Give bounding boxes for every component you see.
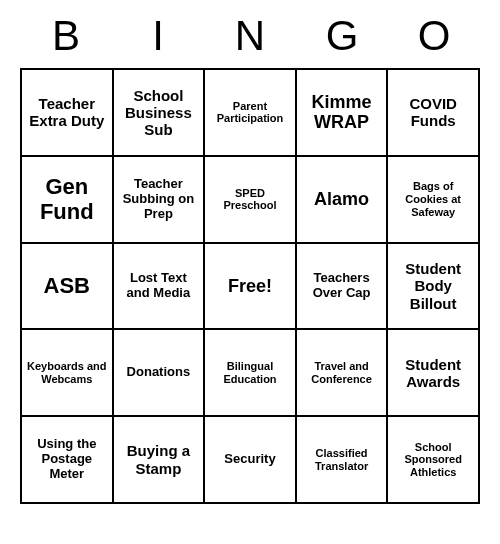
bingo-cell[interactable]: Teachers Over Cap <box>296 243 388 330</box>
bingo-cell[interactable]: Using the Postage Meter <box>21 416 113 503</box>
bingo-cell[interactable]: Teacher Subbing on Prep <box>113 156 205 243</box>
bingo-cell[interactable]: Keyboards and Webcams <box>21 329 113 416</box>
header-b: B <box>20 12 112 60</box>
bingo-cell[interactable]: Travel and Conference <box>296 329 388 416</box>
bingo-cell-free[interactable]: Free! <box>204 243 296 330</box>
bingo-cell[interactable]: Lost Text and Media <box>113 243 205 330</box>
bingo-header-row: B I N G O <box>20 4 480 68</box>
bingo-cell[interactable]: Classified Translator <box>296 416 388 503</box>
header-g: G <box>296 12 388 60</box>
bingo-cell[interactable]: ASB <box>21 243 113 330</box>
bingo-cell[interactable]: Student Body Billout <box>387 243 479 330</box>
bingo-grid: Teacher Extra Duty School Business Sub P… <box>20 68 480 504</box>
bingo-cell[interactable]: Teacher Extra Duty <box>21 69 113 156</box>
bingo-cell[interactable]: School Business Sub <box>113 69 205 156</box>
bingo-card: B I N G O Teacher Extra Duty School Busi… <box>0 0 500 544</box>
bingo-cell[interactable]: Bilingual Education <box>204 329 296 416</box>
bingo-cell[interactable]: Donations <box>113 329 205 416</box>
bingo-cell[interactable]: Security <box>204 416 296 503</box>
bingo-cell[interactable]: Bags of Cookies at Safeway <box>387 156 479 243</box>
header-i: I <box>112 12 204 60</box>
bingo-cell[interactable]: Parent Participation <box>204 69 296 156</box>
header-o: O <box>388 12 480 60</box>
bingo-cell[interactable]: Alamo <box>296 156 388 243</box>
bingo-cell[interactable]: SPED Preschool <box>204 156 296 243</box>
bingo-cell[interactable]: School Sponsored Athletics <box>387 416 479 503</box>
bingo-cell[interactable]: Student Awards <box>387 329 479 416</box>
bingo-cell[interactable]: COVID Funds <box>387 69 479 156</box>
header-n: N <box>204 12 296 60</box>
bingo-cell[interactable]: Gen Fund <box>21 156 113 243</box>
bingo-cell[interactable]: Kimme WRAP <box>296 69 388 156</box>
bingo-cell[interactable]: Buying a Stamp <box>113 416 205 503</box>
